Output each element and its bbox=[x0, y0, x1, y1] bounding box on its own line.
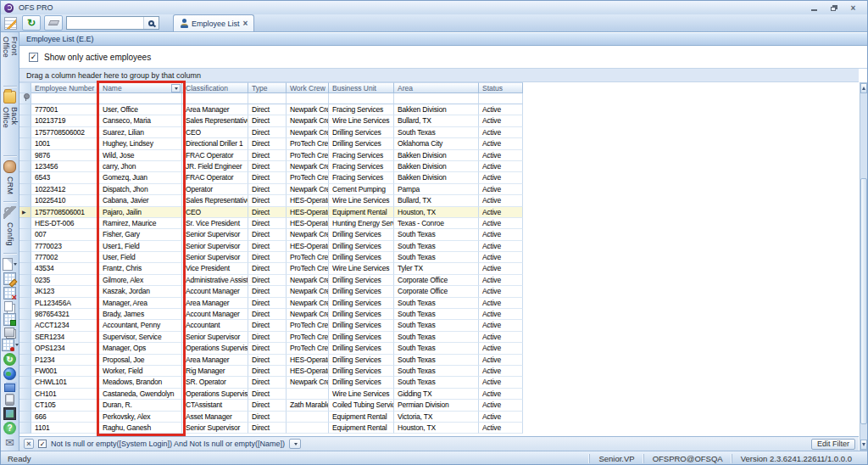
grid-cell[interactable]: 007 bbox=[31, 229, 99, 240]
crm-icon-button[interactable] bbox=[3, 160, 16, 173]
grid-cell[interactable]: Worker, Field bbox=[99, 366, 182, 377]
grid-cell[interactable]: Direct bbox=[248, 309, 287, 320]
table-row[interactable]: 666Perkovsky, AlexAsset ManagerDirectEqu… bbox=[19, 412, 523, 423]
grid-cell[interactable]: CEO bbox=[182, 207, 248, 218]
grid-cell[interactable]: Equipment Rental bbox=[329, 423, 394, 434]
grid-cell[interactable]: Senior Supervisor bbox=[182, 332, 248, 343]
table-row[interactable]: 1101Raghu, GaneshSenior SupervisorDirect… bbox=[19, 423, 523, 434]
grid-cell[interactable]: Area Manager bbox=[182, 355, 248, 366]
globe-icon-button[interactable] bbox=[3, 367, 16, 380]
grid-cell[interactable]: Brady, James bbox=[99, 309, 182, 320]
grid-cell[interactable]: CEO bbox=[182, 127, 248, 138]
vertical-scrollbar[interactable] bbox=[860, 82, 868, 451]
grid-cell[interactable]: HES-Operators bbox=[287, 195, 329, 206]
grid-cell[interactable]: Fracing Services bbox=[329, 150, 394, 161]
grid-cell[interactable]: Drilling Services bbox=[329, 252, 394, 263]
table-row[interactable]: 43534Frantz, ChrisVice PresidentDirectPr… bbox=[19, 263, 523, 274]
column-header-business-unit[interactable]: Business Unit bbox=[329, 82, 394, 93]
table-row[interactable]: SER1234Supervisor, ServiceSenior Supervi… bbox=[19, 332, 523, 343]
grid-cell[interactable]: Direct bbox=[248, 161, 287, 172]
table-row[interactable]: FW001Worker, FieldRig ManagerDirectHES-O… bbox=[19, 366, 523, 377]
grid-cell[interactable]: Sales Representative bbox=[182, 195, 248, 206]
grid-cell[interactable]: 0235 bbox=[31, 275, 99, 286]
grid-cell[interactable]: Active bbox=[479, 207, 523, 218]
grid-cell[interactable]: Newpark Crew bbox=[287, 115, 329, 126]
grid-cell[interactable]: South Texas bbox=[394, 377, 479, 388]
grid-cell[interactable]: carry, Jhon bbox=[99, 161, 182, 172]
grid-cell[interactable]: Active bbox=[479, 377, 523, 388]
grid-cell[interactable]: Drilling Services bbox=[329, 286, 394, 297]
grid-cell[interactable]: PL123456A bbox=[31, 298, 99, 309]
grid-cell[interactable]: Accountant bbox=[182, 320, 248, 331]
layers-icon-button[interactable] bbox=[4, 328, 16, 337]
grid-cell[interactable]: Direct bbox=[248, 298, 287, 309]
grid-cell[interactable]: Meadows, Brandon bbox=[99, 377, 182, 388]
grid-cell[interactable]: Kaszak, Jordan bbox=[99, 286, 182, 297]
grid-cell[interactable]: Operations Supervisor bbox=[182, 343, 248, 354]
grid-cell[interactable]: Active bbox=[479, 343, 523, 354]
grid-cell[interactable]: User, Field bbox=[99, 252, 182, 263]
grid-cell[interactable]: Direct bbox=[248, 104, 287, 115]
grid-cell[interactable]: 1757708506002 bbox=[31, 127, 99, 138]
grid-cell[interactable]: Perkovsky, Alex bbox=[99, 412, 182, 423]
grid-cell[interactable]: HES-Operators bbox=[287, 241, 329, 252]
grid-cell[interactable]: Drilling Services bbox=[329, 138, 394, 149]
grid-cell[interactable]: Suarez, Lilian bbox=[99, 127, 182, 138]
column-header-employee-number[interactable]: Employee Number bbox=[31, 82, 99, 93]
grid-cell[interactable]: Coiled Tubing Services bbox=[329, 400, 394, 411]
grid-cell[interactable]: Active bbox=[479, 389, 523, 400]
table-row[interactable]: 10213719Canseco, MariaSales Representati… bbox=[19, 115, 523, 126]
grid-cell[interactable]: Gilmore, Alex bbox=[99, 275, 182, 286]
table-row[interactable]: 10223412Dispatch, JhonOperatorDirectNewp… bbox=[19, 184, 523, 195]
grid-cell[interactable]: Account Manager bbox=[182, 286, 248, 297]
edit-filter-button[interactable]: Edit Filter bbox=[811, 439, 855, 450]
grid-cell[interactable] bbox=[287, 412, 329, 423]
grid-cell[interactable]: 10225410 bbox=[31, 195, 99, 206]
grid-cell[interactable]: Houston, TX bbox=[394, 207, 479, 218]
group-by-panel[interactable]: Drag a column header here to group by th… bbox=[19, 69, 859, 82]
grid-cell[interactable]: ProTech Crew bbox=[287, 332, 329, 343]
table-row[interactable]: 6543Gomezq, JuanFRAC OperatorDirectProTe… bbox=[19, 172, 523, 183]
grid-cell[interactable]: Active bbox=[479, 263, 523, 274]
grid-cell[interactable]: HES-Operators bbox=[287, 218, 329, 229]
filter-dropdown-button[interactable] bbox=[289, 439, 301, 449]
grid-cell[interactable]: Drilling Services bbox=[329, 320, 394, 331]
grid-cell[interactable]: Newpark Crew bbox=[287, 104, 329, 115]
grid-cell[interactable]: User1, Field bbox=[99, 241, 182, 252]
mail-icon-button[interactable]: ✉ bbox=[3, 436, 16, 449]
grid-cell[interactable]: Operations Supervisor bbox=[182, 389, 248, 400]
grid-cell[interactable]: South Texas bbox=[394, 355, 479, 366]
grid-cell[interactable]: South Texas bbox=[394, 332, 479, 343]
grid-cell[interactable]: Direct bbox=[248, 172, 287, 183]
table-row[interactable]: 7770023User1, FieldSenior SupervisorDire… bbox=[19, 241, 523, 252]
grid-cell[interactable]: Active bbox=[479, 412, 523, 423]
grid-cell[interactable]: Directional Driller 1 bbox=[182, 138, 248, 149]
grid-cell[interactable]: Active bbox=[479, 252, 523, 263]
grid-cell[interactable]: South Texas bbox=[394, 298, 479, 309]
grid-cell[interactable]: Active bbox=[479, 332, 523, 343]
grid-cell[interactable]: Manager, Ops bbox=[99, 343, 182, 354]
grid-cell[interactable]: Active bbox=[479, 104, 523, 115]
grid-cell[interactable]: Senior Supervisor bbox=[182, 252, 248, 263]
sidebar-group-config[interactable]: Config bbox=[6, 222, 14, 246]
grid-cell[interactable]: ProTech Crew bbox=[287, 138, 329, 149]
grid-cell[interactable]: Newpark Crew bbox=[287, 127, 329, 138]
clear-button[interactable] bbox=[44, 15, 63, 31]
grid-cell[interactable]: Corporate Office bbox=[394, 275, 479, 286]
search-input[interactable] bbox=[67, 17, 143, 29]
table-row[interactable]: 1001Hughey, LindseyDirectional Driller 1… bbox=[19, 138, 523, 149]
grid-cell[interactable]: CH101 bbox=[31, 389, 99, 400]
grid-cell[interactable]: ProTech Crew bbox=[287, 172, 329, 183]
grid-cell[interactable]: Active bbox=[479, 184, 523, 195]
grid-cell[interactable]: Active bbox=[479, 138, 523, 149]
table-row[interactable]: ACCT1234Accountant, PennyAccountantDirec… bbox=[19, 320, 523, 331]
column-header-area[interactable]: Area bbox=[394, 82, 479, 93]
grid-cell[interactable]: Operator bbox=[182, 184, 248, 195]
grid-cell[interactable]: Cement Pumping bbox=[329, 184, 394, 195]
grid-cell[interactable]: Asset Manager bbox=[182, 412, 248, 423]
search-button[interactable] bbox=[143, 17, 159, 29]
grid-cell[interactable]: Newpark Crew bbox=[287, 286, 329, 297]
grid-cell[interactable]: Direct bbox=[248, 343, 287, 354]
grid-cell[interactable]: 7770023 bbox=[31, 241, 99, 252]
grid-cell[interactable]: ACCT1234 bbox=[31, 320, 99, 331]
